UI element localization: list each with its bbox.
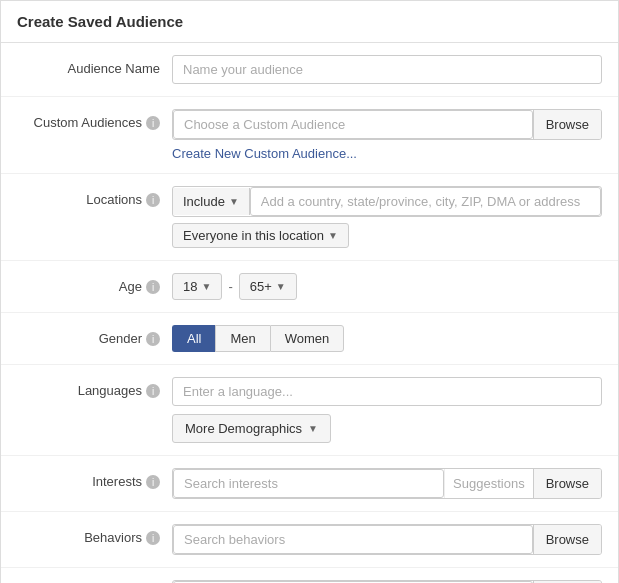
languages-control: More Demographics ▼ — [172, 377, 602, 443]
gender-control: All Men Women — [172, 325, 602, 352]
locations-row: Locations i Include ▼ Everyone in this l… — [1, 174, 618, 261]
everyone-in-location-dropdown[interactable]: Everyone in this location ▼ — [172, 223, 349, 248]
age-max-arrow: ▼ — [276, 281, 286, 292]
age-control: 18 ▼ - 65+ ▼ — [172, 273, 602, 300]
age-max-dropdown[interactable]: 65+ ▼ — [239, 273, 297, 300]
more-demographics-button[interactable]: More Demographics ▼ — [172, 414, 331, 443]
audience-name-label: Audience Name — [17, 55, 172, 76]
gender-men-button[interactable]: Men — [215, 325, 269, 352]
gender-info-icon[interactable]: i — [146, 332, 160, 346]
audience-name-input[interactable] — [172, 55, 602, 84]
custom-audience-input-group: Browse — [172, 109, 602, 140]
audience-name-control — [172, 55, 602, 84]
age-min-value: 18 — [183, 279, 197, 294]
gender-button-group: All Men Women — [172, 325, 602, 352]
interests-browse-label: Browse — [546, 476, 589, 491]
custom-audiences-row: Custom Audiences i Browse Create New Cus… — [1, 97, 618, 174]
locations-info-icon[interactable]: i — [146, 193, 160, 207]
behaviors-control: Browse — [172, 524, 602, 555]
age-info-icon[interactable]: i — [146, 280, 160, 294]
interests-search-input[interactable] — [173, 469, 444, 498]
interests-info-icon[interactable]: i — [146, 475, 160, 489]
age-label-text: Age — [119, 279, 142, 294]
behaviors-label-text: Behaviors — [84, 530, 142, 545]
behaviors-label: Behaviors i — [17, 524, 172, 545]
custom-audiences-control: Browse Create New Custom Audience... — [172, 109, 602, 161]
custom-audiences-label: Custom Audiences i — [17, 109, 172, 130]
gender-all-button[interactable]: All — [172, 325, 215, 352]
interests-browse-button[interactable]: Browse — [533, 469, 601, 498]
behaviors-row: Behaviors i Browse — [1, 512, 618, 568]
audience-name-label-text: Audience Name — [68, 61, 161, 76]
create-custom-audience-link[interactable]: Create New Custom Audience... — [172, 146, 602, 161]
age-min-arrow: ▼ — [201, 281, 211, 292]
interests-suggestions[interactable]: Suggestions — [444, 469, 533, 498]
more-categories-row: More Categories i Browse — [1, 568, 618, 583]
languages-label: Languages i — [17, 377, 172, 398]
custom-audiences-info-icon[interactable]: i — [146, 116, 160, 130]
behaviors-browse-label: Browse — [546, 532, 589, 547]
include-dropdown[interactable]: Include ▼ — [173, 188, 250, 215]
age-row: Age i 18 ▼ - 65+ ▼ — [1, 261, 618, 313]
everyone-label: Everyone in this location — [183, 228, 324, 243]
gender-women-button[interactable]: Women — [270, 325, 345, 352]
languages-input[interactable] — [172, 377, 602, 406]
include-dropdown-arrow: ▼ — [229, 196, 239, 207]
interests-row: Interests i Suggestions Browse — [1, 456, 618, 512]
everyone-dropdown-arrow: ▼ — [328, 230, 338, 241]
audience-name-row: Audience Name — [1, 43, 618, 97]
more-demographics-label: More Demographics — [185, 421, 302, 436]
create-saved-audience-panel: Create Saved Audience Audience Name Cust… — [0, 0, 619, 583]
behaviors-browse-button[interactable]: Browse — [533, 525, 601, 554]
age-separator: - — [228, 279, 232, 294]
interests-label-text: Interests — [92, 474, 142, 489]
gender-label-text: Gender — [99, 331, 142, 346]
age-max-value: 65+ — [250, 279, 272, 294]
locations-label-text: Locations — [86, 192, 142, 207]
interests-input-group: Suggestions Browse — [172, 468, 602, 499]
custom-audience-input[interactable] — [173, 110, 533, 139]
behaviors-search-input[interactable] — [173, 525, 533, 554]
age-wrapper: 18 ▼ - 65+ ▼ — [172, 273, 602, 300]
gender-row: Gender i All Men Women — [1, 313, 618, 365]
include-label: Include — [183, 194, 225, 209]
custom-audiences-label-text: Custom Audiences — [34, 115, 142, 130]
age-label: Age i — [17, 273, 172, 294]
location-input[interactable] — [250, 187, 601, 216]
languages-info-icon[interactable]: i — [146, 384, 160, 398]
locations-control: Include ▼ Everyone in this location ▼ — [172, 186, 602, 248]
behaviors-info-icon[interactable]: i — [146, 531, 160, 545]
locations-label: Locations i — [17, 186, 172, 207]
languages-label-text: Languages — [78, 383, 142, 398]
interests-control: Suggestions Browse — [172, 468, 602, 499]
age-min-dropdown[interactable]: 18 ▼ — [172, 273, 222, 300]
custom-audience-browse-button[interactable]: Browse — [533, 110, 601, 139]
form-body: Audience Name Custom Audiences i Browse … — [1, 43, 618, 583]
interests-label: Interests i — [17, 468, 172, 489]
locations-input-group: Include ▼ — [172, 186, 602, 217]
page-title: Create Saved Audience — [1, 1, 618, 43]
behaviors-input-group: Browse — [172, 524, 602, 555]
more-demographics-arrow: ▼ — [308, 423, 318, 434]
interests-suggestions-label: Suggestions — [453, 476, 525, 491]
gender-label: Gender i — [17, 325, 172, 346]
languages-row: Languages i More Demographics ▼ — [1, 365, 618, 456]
